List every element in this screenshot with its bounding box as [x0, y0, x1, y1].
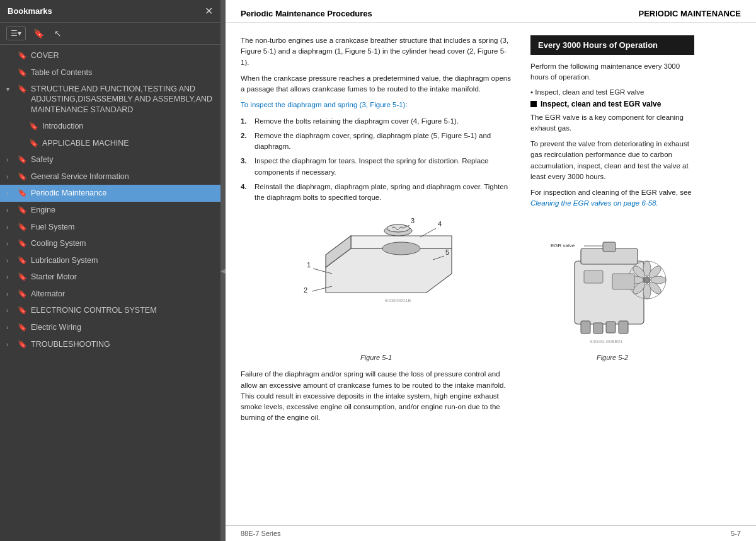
svg-text:E0300001E: E0300001E	[385, 298, 411, 303]
steps-list: 1.Remove the bolts retaining the diaphra…	[241, 116, 512, 204]
sidebar-item-label: Table of Contents	[31, 67, 214, 78]
cursor-toolbar-button[interactable]: ↖	[52, 27, 64, 40]
expand-arrow-icon: ›	[6, 306, 14, 315]
sidebar-nav: 🔖COVER 🔖Table of Contents▾🔖STRUCTURE AND…	[0, 45, 220, 541]
sidebar-item-troubleshooting[interactable]: ›🔖TROUBLESHOOTING	[0, 336, 220, 353]
svg-point-32	[644, 277, 650, 283]
svg-text:3: 3	[411, 217, 415, 224]
resize-icon: ◀	[220, 267, 226, 274]
sidebar-item-label: TROUBLESHOOTING	[31, 339, 214, 349]
sidebar-item-label: Safety	[31, 154, 214, 165]
bookmark-icon: 🔖	[29, 122, 38, 132]
bookmark-icon: 🔖	[18, 323, 27, 333]
expand-arrow-icon: ›	[6, 223, 14, 231]
sidebar-item-label: Electric Wiring	[31, 322, 214, 332]
sidebar-item-label: Starter Motor	[31, 272, 214, 282]
body-text-1: The non-turbo engines use a crankcase br…	[241, 35, 512, 68]
black-square-icon	[530, 101, 537, 107]
sidebar-toolbar: ☰▾ 🔖 ↖	[0, 23, 220, 45]
sidebar-item-toc[interactable]: 🔖Table of Contents	[0, 64, 220, 81]
sidebar-item-applicable[interactable]: 🔖APPLICABLE MACHINE	[0, 135, 220, 152]
figure-5-1-caption: Figure 5-1	[241, 354, 512, 361]
svg-point-3	[382, 242, 420, 255]
bookmark-icon: 🔖	[18, 68, 27, 78]
expand-arrow-icon: ›	[6, 273, 14, 281]
svg-rect-36	[584, 270, 603, 283]
subheading: To inspect the diaphragm and spring (3, …	[241, 100, 512, 110]
sidebar-item-label: ELECTRONIC CONTROL SYSTEM	[31, 305, 214, 315]
bookmark-icon: 🔖	[18, 84, 27, 95]
right-intro: Perform the following maintenance every …	[530, 61, 694, 83]
content-right-column: Every 3000 Hours of Operation Perform th…	[530, 35, 694, 513]
sidebar-item-label: General Service Information	[31, 172, 214, 182]
sidebar-item-alternator[interactable]: ›🔖Alternator	[0, 286, 220, 303]
bookmark-toolbar-button[interactable]: 🔖	[31, 27, 47, 40]
content-header: Periodic Maintenance Procedures PERIODIC…	[226, 0, 756, 23]
sidebar-item-label: COVER	[31, 50, 214, 61]
expand-arrow-icon: ›	[6, 173, 14, 181]
right-para2: To prevent the valve from deteriorating …	[530, 139, 694, 182]
sidebar-item-label: Engine	[31, 205, 214, 215]
svg-text:5: 5	[445, 248, 449, 256]
expand-arrow-icon: ›	[6, 156, 14, 164]
step-item-1: 1.Remove the bolts retaining the diaphra…	[241, 116, 512, 127]
every-hours-box: Every 3000 Hours of Operation	[530, 35, 694, 55]
body-text-2: When the crankcase pressure reaches a pr…	[241, 73, 512, 95]
sidebar-item-electronic-control[interactable]: ›🔖ELECTRONIC CONTROL SYSTEM	[0, 302, 220, 319]
content-body: The non-turbo engines use a crankcase br…	[226, 23, 756, 525]
sidebar-item-safety[interactable]: ›🔖Safety	[0, 151, 220, 168]
bookmark-icon: 🔖	[18, 189, 27, 199]
sidebar-item-engine[interactable]: ›🔖Engine	[0, 202, 220, 219]
sidebar-item-cover[interactable]: 🔖COVER	[0, 47, 220, 64]
step-number: 3.	[241, 156, 251, 178]
sidebar-item-periodic-maintenance[interactable]: ›🔖Periodic Maintenance	[0, 185, 220, 202]
sidebar-item-cooling-system[interactable]: ›🔖Cooling System	[0, 235, 220, 252]
expand-arrow-icon: ›	[6, 257, 14, 265]
bookmark-icon: 🔖	[18, 239, 27, 249]
figure-5-1-container: 4 3 5 1 2	[241, 211, 512, 361]
sidebar-item-lubrication-system[interactable]: ›🔖Lubrication System	[0, 252, 220, 269]
right-para3-text: For inspection and cleaning of the EGR v…	[530, 189, 692, 196]
svg-marker-0	[326, 248, 452, 293]
sidebar-header: Bookmarks ✕	[0, 0, 220, 23]
sidebar-item-electric-wiring[interactable]: ›🔖Electric Wiring	[0, 319, 220, 336]
sidebar-item-label: Introduction	[42, 121, 214, 131]
bookmark-icon: 🔖	[33, 28, 44, 38]
step-text: Inspect the diaphragm for tears. Inspect…	[255, 156, 512, 178]
svg-text:S4G3G-G0BB01: S4G3G-G0BB01	[590, 339, 622, 344]
sidebar-item-fuel-system[interactable]: ›🔖Fuel System	[0, 219, 220, 236]
options-button[interactable]: ☰▾	[6, 26, 26, 40]
bookmark-icon: 🔖	[18, 256, 27, 266]
sidebar-item-label: Alternator	[31, 289, 214, 299]
section-title: Periodic Maintenance Procedures	[241, 9, 372, 18]
bookmark-icon: 🔖	[18, 272, 27, 282]
bookmark-icon: 🔖	[18, 306, 27, 316]
right-para3-link[interactable]: Cleaning the EGR valves on page 6-58.	[530, 199, 658, 207]
sidebar-item-label: Cooling System	[31, 238, 214, 248]
figure-5-2-container: EGR valve S4G3G-G0BB01 Figure	[530, 217, 694, 361]
sidebar-item-structure[interactable]: ▾🔖STRUCTURE AND FUNCTION,TESTING AND ADJ…	[0, 81, 220, 118]
sidebar-item-starter-motor[interactable]: ›🔖Starter Motor	[0, 269, 220, 286]
resize-handle[interactable]: ◀	[220, 0, 226, 541]
svg-rect-38	[581, 321, 590, 334]
svg-text:EGR valve: EGR valve	[551, 243, 575, 248]
figure-5-2-svg: EGR valve S4G3G-G0BB01	[543, 217, 682, 349]
expand-arrow-icon: ›	[6, 290, 14, 298]
footer-series: 88E-7 Series	[241, 530, 281, 537]
step-number: 1.	[241, 116, 251, 127]
right-para1: The EGR valve is a key component for cle…	[530, 112, 694, 134]
chapter-title: PERIODIC MAINTENANCE	[638, 9, 741, 18]
step-item-4: 4.Reinstall the diaphragm, diaphragm pla…	[241, 182, 512, 204]
sidebar-item-general-service[interactable]: ›🔖General Service Information	[0, 168, 220, 185]
close-icon[interactable]: ✕	[205, 5, 213, 17]
step-item-2: 2.Remove the diaphragm cover, spring, di…	[241, 131, 512, 153]
collapse-arrow-icon: ▾	[6, 85, 14, 93]
sidebar-item-introduction[interactable]: 🔖Introduction	[0, 118, 220, 135]
svg-text:1: 1	[307, 261, 311, 269]
sidebar-item-label: APPLICABLE MACHINE	[42, 138, 214, 148]
sidebar-title: Bookmarks	[8, 6, 52, 16]
body-warning: Failure of the diaphragm and/or spring w…	[241, 369, 512, 423]
right-heading: Inspect, clean and test EGR valve	[530, 100, 694, 108]
svg-rect-37	[612, 274, 634, 289]
content-footer: 88E-7 Series 5-7	[226, 525, 756, 541]
